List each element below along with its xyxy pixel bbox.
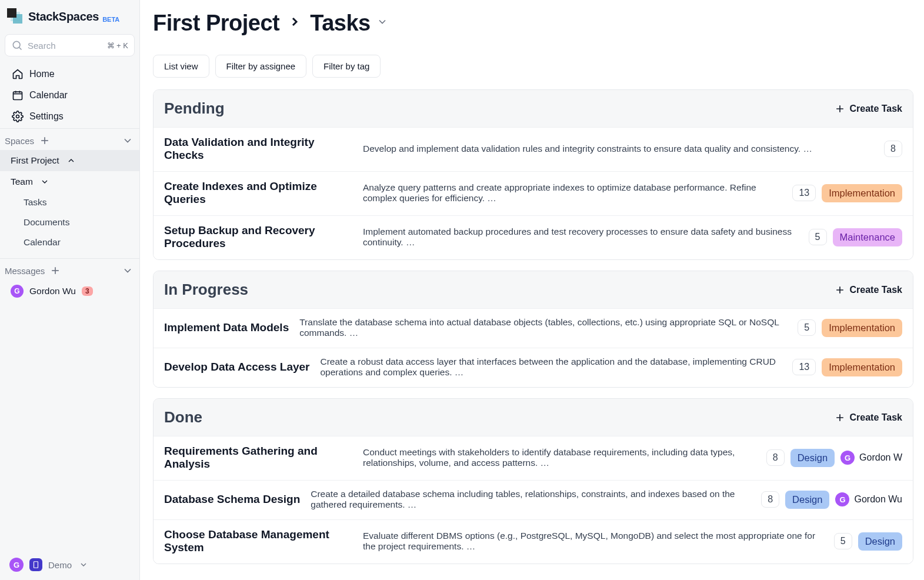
- task-assignee[interactable]: GGordon W: [840, 451, 902, 465]
- filter-tag-button[interactable]: Filter by tag: [312, 55, 381, 78]
- task-row[interactable]: Requirements Gathering and AnalysisCondu…: [154, 436, 913, 480]
- task-group: In ProgressCreate TaskImplement Data Mod…: [153, 271, 913, 388]
- list-view-button[interactable]: List view: [153, 55, 209, 78]
- space-team-calendar[interactable]: Calendar: [0, 232, 139, 252]
- task-tag[interactable]: Implementation: [822, 358, 902, 376]
- nav-settings-label: Settings: [29, 111, 64, 122]
- task-tag[interactable]: Design: [785, 491, 829, 509]
- task-points: 13: [792, 359, 816, 375]
- spaces-collapse-button[interactable]: [122, 135, 134, 146]
- spaces-tree: First Project Team Tasks Documents Calen…: [0, 150, 139, 258]
- plus-icon: [834, 103, 846, 115]
- task-row[interactable]: Implement Data ModelsTranslate the datab…: [154, 308, 913, 348]
- sidebar: StackSpaces BETA Search ⌘ + K Home Calen…: [0, 0, 140, 580]
- breadcrumb-project[interactable]: First Project: [153, 11, 279, 36]
- breadcrumb-section[interactable]: Tasks: [310, 11, 370, 36]
- nav-home[interactable]: Home: [2, 64, 137, 85]
- workspace-chip[interactable]: [29, 558, 42, 571]
- task-tag[interactable]: Maintenance: [833, 228, 902, 246]
- task-tag[interactable]: Implementation: [822, 184, 902, 202]
- group-title: Pending: [164, 99, 225, 118]
- task-groups: PendingCreate TaskData Validation and In…: [153, 89, 913, 564]
- task-points: 8: [766, 449, 785, 466]
- task-description: Develop and implement data validation ru…: [363, 144, 873, 154]
- task-group: PendingCreate TaskData Validation and In…: [153, 89, 913, 260]
- task-points: 8: [884, 141, 902, 157]
- filter-assignee-button[interactable]: Filter by assignee: [215, 55, 307, 78]
- svg-point-0: [13, 41, 20, 48]
- section-dropdown-button[interactable]: [376, 16, 388, 31]
- create-task-label: Create Task: [849, 285, 902, 295]
- task-points: 13: [792, 185, 816, 201]
- task-points: 5: [834, 533, 852, 549]
- task-row[interactable]: Data Validation and Integrity ChecksDeve…: [154, 127, 913, 171]
- beta-badge: BETA: [102, 16, 119, 23]
- task-group: DoneCreate TaskRequirements Gathering an…: [153, 398, 913, 564]
- primary-nav: Home Calendar Settings: [0, 62, 139, 128]
- plus-icon: [834, 412, 846, 424]
- nav-calendar-label: Calendar: [29, 90, 68, 101]
- group-header: PendingCreate Task: [154, 90, 913, 127]
- task-meta: 8: [884, 141, 902, 157]
- svg-rect-2: [14, 92, 22, 99]
- create-task-button[interactable]: Create Task: [834, 412, 902, 424]
- nav-settings[interactable]: Settings: [2, 106, 137, 127]
- task-tag[interactable]: Implementation: [822, 319, 902, 337]
- workspace-menu-button[interactable]: [78, 559, 89, 571]
- add-space-button[interactable]: [39, 135, 51, 146]
- task-row[interactable]: Develop Data Access LayerCreate a robust…: [154, 348, 913, 387]
- task-description: Conduct meetings with stakeholders to id…: [363, 447, 756, 468]
- chevron-right-icon: [288, 14, 302, 33]
- search-shortcut: ⌘ + K: [107, 41, 129, 50]
- space-first-project[interactable]: First Project: [0, 150, 139, 171]
- search-icon: [11, 39, 23, 51]
- task-description: Implement automated backup procedures an…: [363, 226, 798, 248]
- task-points: 5: [798, 319, 816, 336]
- spaces-label: Spaces: [5, 136, 34, 146]
- task-row[interactable]: Database Schema DesignCreate a detailed …: [154, 480, 913, 519]
- space-team-calendar-label: Calendar: [24, 237, 61, 248]
- task-points: 5: [809, 229, 827, 245]
- app-name: StackSpaces: [28, 10, 99, 24]
- task-title: Database Schema Design: [164, 493, 300, 506]
- messages-list: G Gordon Wu 3: [0, 280, 139, 308]
- nav-calendar[interactable]: Calendar: [2, 85, 137, 106]
- task-meta: 8DesignGGordon W: [766, 449, 902, 467]
- space-team-label: Team: [11, 176, 33, 187]
- search-input[interactable]: Search ⌘ + K: [5, 34, 135, 56]
- svg-point-6: [16, 115, 19, 118]
- search-placeholder: Search: [28, 41, 56, 51]
- svg-line-1: [19, 48, 22, 50]
- task-description: Translate the database schema into actua…: [299, 317, 787, 338]
- messages-section-header: Messages: [0, 258, 139, 280]
- task-description: Analyze query patterns and create approp…: [363, 182, 782, 204]
- task-tag[interactable]: Design: [858, 532, 902, 551]
- avatar: G: [835, 492, 849, 506]
- space-team-documents[interactable]: Documents: [0, 212, 139, 232]
- plus-icon: [834, 284, 846, 296]
- task-title: Requirements Gathering and Analysis: [164, 445, 352, 471]
- create-task-button[interactable]: Create Task: [834, 284, 902, 296]
- task-description: Create a robust data access layer that i…: [320, 356, 782, 378]
- task-assignee[interactable]: GGordon Wu: [835, 492, 902, 506]
- task-title: Implement Data Models: [164, 321, 289, 334]
- messages-collapse-button[interactable]: [122, 265, 134, 276]
- task-row[interactable]: Choose Database Management SystemEvaluat…: [154, 519, 913, 564]
- task-row[interactable]: Setup Backup and Recovery ProceduresImpl…: [154, 215, 913, 259]
- message-thread-gordon[interactable]: G Gordon Wu 3: [0, 280, 139, 302]
- task-points: 8: [761, 491, 779, 508]
- avatar: G: [840, 451, 855, 465]
- space-team-documents-label: Documents: [24, 217, 69, 228]
- task-tag[interactable]: Design: [790, 449, 835, 467]
- space-team-tasks[interactable]: Tasks: [0, 192, 139, 212]
- gear-icon: [12, 111, 24, 122]
- create-task-button[interactable]: Create Task: [834, 103, 902, 115]
- space-team[interactable]: Team: [0, 171, 139, 192]
- task-meta: 13Implementation: [792, 358, 902, 376]
- user-avatar[interactable]: G: [9, 558, 24, 572]
- task-meta: 5Design: [834, 532, 902, 551]
- task-row[interactable]: Create Indexes and Optimize QueriesAnaly…: [154, 171, 913, 215]
- breadcrumb: First Project Tasks: [153, 11, 913, 36]
- toolbar: List view Filter by assignee Filter by t…: [153, 55, 913, 78]
- add-message-button[interactable]: [49, 265, 61, 276]
